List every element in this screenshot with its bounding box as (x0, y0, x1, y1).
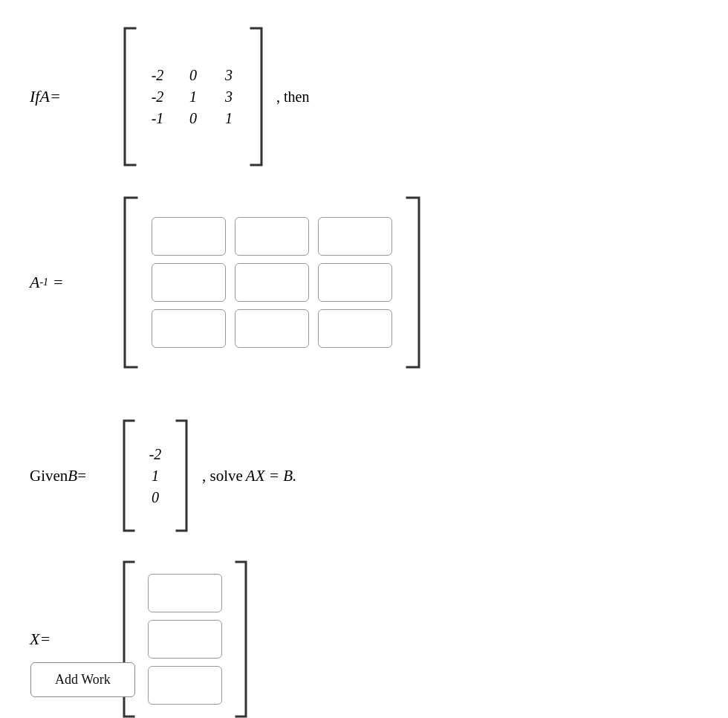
ainverse-input-grid (141, 193, 403, 372)
matrix-a-row-1: -2 0 3 (147, 67, 239, 84)
solve-text: , solve (202, 467, 243, 485)
matrix-a-container: -2 0 3 -2 1 3 -1 0 1 (119, 22, 267, 171)
b-equals: = (77, 467, 86, 485)
right-bracket-a (247, 22, 267, 171)
add-work-button[interactable]: Add Work (30, 662, 135, 697)
matrix-a-cells: -2 0 3 -2 1 3 -1 0 1 (140, 22, 247, 171)
x-input-1[interactable] (148, 620, 222, 659)
matrix-a-inverse-section: A-1 = (30, 193, 698, 372)
matrix-a-definition: If A = -2 0 3 -2 1 3 (30, 22, 698, 171)
if-a-equals-label: If A = (30, 87, 119, 106)
b-variable: B (68, 467, 77, 485)
right-bracket-x (233, 557, 251, 718)
x-equals: = (39, 630, 51, 649)
x-row-1 (148, 574, 222, 612)
a-cell-22: 1 (218, 110, 239, 127)
if-text: If (30, 87, 39, 106)
ainverse-input-02[interactable] (318, 217, 392, 256)
ainverse-input-01[interactable] (235, 217, 309, 256)
equals-text: = (50, 87, 61, 106)
ainverse-input-21[interactable] (235, 309, 309, 348)
ainverse-input-22[interactable] (318, 309, 392, 348)
matrix-ainverse-container (119, 193, 425, 372)
a-cell-00: -2 (147, 67, 168, 84)
a-cell-21: 0 (183, 110, 204, 127)
left-bracket-b (119, 416, 137, 535)
ax-eq-b-text: AX = B. (246, 467, 296, 485)
ainverse-input-00[interactable] (152, 217, 226, 256)
equals-ainv: = (48, 273, 63, 292)
given-b-section: Given B = -2 1 0 (30, 416, 698, 535)
b-cell-1: 1 (145, 468, 166, 485)
x-input-0[interactable] (148, 574, 222, 612)
a-variable: A (39, 87, 49, 106)
x-input-grid (137, 557, 233, 718)
x-variable: X (30, 630, 39, 649)
a-cell-10: -2 (147, 88, 168, 106)
ainverse-row-1 (152, 217, 392, 256)
a-inverse-label: A-1 = (30, 273, 119, 292)
a-cell-11: 1 (183, 88, 204, 106)
b-cell-2: 0 (145, 489, 166, 506)
x-row-3 (148, 666, 222, 705)
ainverse-input-12[interactable] (318, 263, 392, 302)
b-row-3: 0 (145, 489, 166, 506)
matrix-a-row-2: -2 1 3 (147, 88, 239, 106)
ainverse-row-3 (152, 309, 392, 348)
matrix-a-row-3: -1 0 1 (147, 110, 239, 127)
right-bracket-b (173, 416, 192, 535)
a-cell-12: 3 (218, 88, 239, 106)
b-row-1: -2 (145, 446, 166, 463)
left-bracket-ainv (119, 193, 141, 372)
minus-one-sup: -1 (39, 276, 48, 288)
x-row-2 (148, 620, 222, 659)
given-text: Given (30, 467, 68, 485)
right-bracket-ainv (403, 193, 425, 372)
ainverse-input-11[interactable] (235, 263, 309, 302)
matrix-b-container: -2 1 0 (119, 416, 192, 535)
a-var-inverse: A (30, 273, 39, 292)
given-b-label: Given B = (30, 467, 119, 485)
ainverse-input-10[interactable] (152, 263, 226, 302)
a-cell-20: -1 (147, 110, 168, 127)
a-cell-02: 3 (218, 67, 239, 84)
ainverse-input-20[interactable] (152, 309, 226, 348)
left-bracket-a (119, 22, 140, 171)
matrix-b-cells: -2 1 0 (137, 416, 173, 535)
vector-x-container (119, 557, 251, 718)
x-input-2[interactable] (148, 666, 222, 705)
x-label: X = (30, 630, 119, 649)
b-cell-0: -2 (145, 446, 166, 463)
b-row-2: 1 (145, 468, 166, 485)
then-text: , then (276, 88, 309, 106)
a-cell-01: 0 (183, 67, 204, 84)
ainverse-row-2 (152, 263, 392, 302)
